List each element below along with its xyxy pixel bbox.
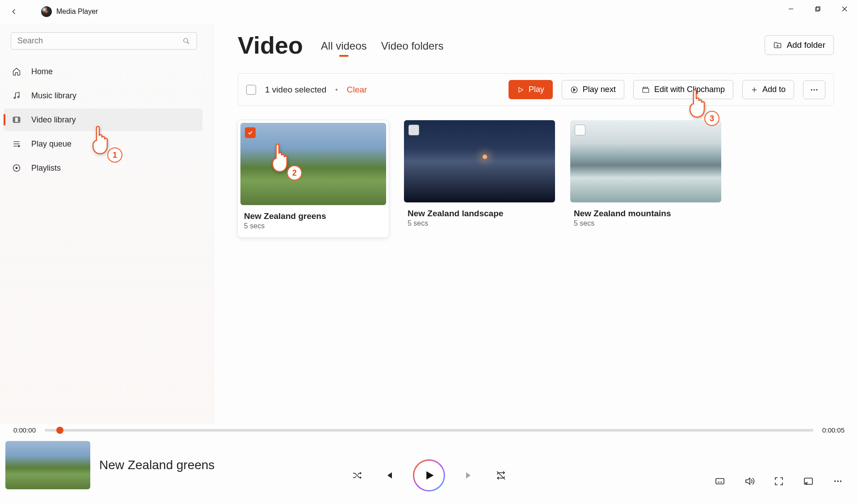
add-to-button[interactable]: Add to (742, 80, 794, 99)
svg-point-5 (184, 38, 188, 42)
plus-icon (751, 86, 758, 93)
video-thumbnail (570, 120, 721, 202)
current-time-label: 0:00:00 (13, 426, 36, 434)
sidebar-item-music-library[interactable]: Music library (4, 84, 202, 107)
video-card[interactable]: New Zealand mountains 5 secs (570, 120, 721, 237)
edit-clipchamp-label: Edit with Clipchamp (654, 85, 725, 94)
svg-point-14 (16, 167, 17, 168)
volume-icon (744, 476, 755, 487)
queue-icon (12, 139, 21, 149)
playlist-icon (12, 163, 21, 173)
svg-rect-2 (816, 7, 820, 10)
sidebar-item-label: Music library (31, 91, 76, 101)
video-card[interactable]: New Zealand greens 5 secs (238, 120, 389, 237)
check-icon (247, 130, 253, 136)
svg-point-24 (816, 89, 817, 90)
selection-count-text: 1 video selected (265, 85, 326, 95)
selection-checkbox[interactable] (246, 85, 256, 95)
play-icon (423, 469, 435, 482)
skip-previous-icon (383, 470, 394, 481)
video-card[interactable]: New Zealand landscape 5 secs (404, 120, 555, 237)
now-playing-thumbnail[interactable] (5, 441, 90, 489)
svg-point-32 (840, 480, 841, 482)
add-folder-icon (773, 41, 782, 50)
video-grid: New Zealand greens 5 secs New Zealand la… (238, 120, 834, 237)
svg-point-8 (18, 97, 19, 98)
svg-rect-26 (716, 479, 724, 484)
tab-all-videos[interactable]: All videos (321, 40, 367, 57)
video-select-checkbox[interactable] (575, 125, 585, 135)
sidebar-item-label: Playlists (31, 164, 61, 173)
add-to-label: Add to (762, 85, 786, 94)
video-title: New Zealand greens (240, 211, 386, 221)
mini-player-button[interactable] (802, 475, 815, 488)
sidebar-item-play-queue[interactable]: Play queue (4, 133, 202, 155)
video-duration: 5 secs (570, 219, 721, 227)
selection-action-bar: 1 video selected • Clear Play Play next … (238, 73, 834, 106)
svg-rect-1 (816, 8, 819, 11)
page-title: Video (238, 31, 303, 59)
video-duration: 5 secs (240, 222, 386, 230)
subtitles-icon (715, 476, 725, 487)
seek-slider[interactable] (45, 429, 813, 432)
svg-point-31 (837, 480, 838, 482)
svg-point-30 (834, 480, 836, 482)
seek-handle[interactable] (56, 427, 63, 434)
subtitles-button[interactable] (713, 475, 727, 488)
tab-video-folders[interactable]: Video folders (381, 40, 444, 57)
svg-point-7 (14, 97, 15, 98)
repeat-off-icon (496, 470, 506, 481)
video-select-checkbox[interactable] (408, 125, 419, 135)
add-folder-label: Add folder (786, 40, 825, 50)
more-actions-button[interactable] (803, 80, 825, 99)
next-button[interactable] (463, 469, 476, 482)
add-folder-button[interactable]: Add folder (765, 35, 834, 55)
svg-point-23 (814, 89, 815, 90)
video-icon (12, 115, 21, 125)
video-select-checkbox[interactable] (245, 127, 256, 138)
sidebar-item-video-library[interactable]: Video library (4, 109, 202, 131)
sidebar-item-label: Play queue (31, 139, 72, 149)
edit-clipchamp-button[interactable]: Edit with Clipchamp (633, 80, 733, 99)
music-icon (12, 91, 21, 101)
minimize-icon (788, 6, 794, 12)
total-time-label: 0:00:05 (822, 426, 845, 434)
video-thumbnail (404, 120, 555, 202)
play-pause-button[interactable] (413, 459, 445, 491)
search-input[interactable] (17, 36, 182, 46)
sidebar-item-playlists[interactable]: Playlists (4, 157, 202, 179)
video-thumbnail (240, 123, 386, 205)
transport-bar: 0:00:00 0:00:05 New Zealand greens (0, 424, 858, 504)
sidebar-item-label: Home (31, 67, 53, 76)
clapperboard-icon (642, 86, 650, 94)
svg-line-6 (187, 42, 189, 44)
play-next-button[interactable]: Play next (562, 80, 624, 99)
svg-rect-9 (13, 117, 20, 122)
play-next-label: Play next (583, 85, 616, 94)
shuffle-button[interactable] (350, 469, 364, 482)
play-icon (517, 86, 524, 93)
titlebar: Media Player (0, 0, 858, 23)
shuffle-icon (352, 470, 362, 481)
search-box[interactable] (11, 32, 197, 50)
sidebar-item-label: Video library (31, 115, 76, 125)
transport-more-button[interactable] (831, 475, 845, 488)
mini-player-icon (803, 476, 814, 487)
video-duration: 5 secs (404, 219, 555, 227)
fullscreen-button[interactable] (772, 475, 786, 488)
sidebar-item-home[interactable]: Home (4, 60, 202, 83)
previous-button[interactable] (382, 469, 395, 482)
clear-selection-link[interactable]: Clear (347, 85, 367, 95)
app-logo-icon (41, 6, 52, 17)
back-button[interactable] (4, 2, 23, 21)
minimize-button[interactable] (778, 0, 804, 18)
close-icon (841, 6, 848, 12)
more-icon (833, 476, 843, 486)
play-button[interactable]: Play (509, 80, 553, 99)
close-button[interactable] (831, 0, 858, 18)
volume-button[interactable] (743, 475, 756, 488)
maximize-button[interactable] (804, 0, 831, 18)
search-icon (182, 37, 190, 45)
repeat-button[interactable] (494, 469, 508, 482)
play-next-icon (570, 86, 578, 94)
